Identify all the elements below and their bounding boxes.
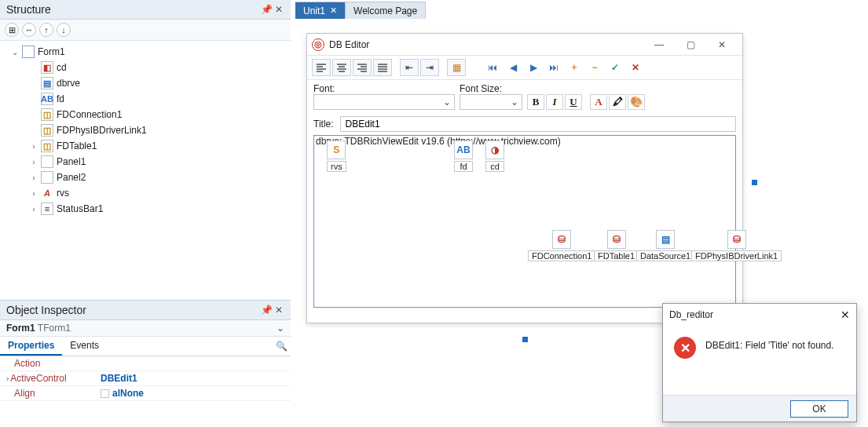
fontsize-combo[interactable]: ⌄: [460, 94, 522, 110]
italic-button[interactable]: I: [546, 94, 563, 110]
component-fd[interactable]: AB fd: [454, 141, 473, 172]
component-fdphys[interactable]: ⛁ FDPhysIBDriverLink1: [691, 230, 782, 261]
prop-name[interactable]: ›ActiveControl: [0, 371, 94, 386]
selection-handle[interactable]: [522, 337, 528, 342]
close-icon[interactable]: ✕: [275, 305, 284, 315]
component-label: FDConnection1: [528, 250, 595, 261]
chevron-right-icon[interactable]: ›: [28, 156, 39, 167]
close-icon[interactable]: ✕: [841, 308, 850, 321]
component-datasource[interactable]: ▤ DataSource1: [636, 230, 694, 261]
dbrichview-area[interactable]: dbrve: TDBRichViewEdit v19.6 (https://ww…: [313, 135, 736, 308]
nav-last-button[interactable]: ⏭: [544, 59, 563, 76]
tab-events[interactable]: Events: [62, 337, 107, 356]
chevron-right-icon[interactable]: ›: [28, 203, 39, 214]
component-fdconnection[interactable]: ⛁ FDConnection1: [528, 230, 595, 261]
search-icon[interactable]: 🔍: [272, 337, 291, 356]
nav-next-button[interactable]: ▶: [524, 59, 543, 76]
tree-node-dbrve[interactable]: ▤ dbrve: [0, 75, 291, 91]
toolbar-icon-1[interactable]: ⊞: [5, 23, 19, 37]
chevron-down-icon[interactable]: ⌄: [9, 46, 20, 57]
tree-label: FDPhysIBDriverLink1: [57, 125, 147, 136]
align-left-button[interactable]: [312, 59, 331, 76]
component-icon: AB: [41, 93, 53, 105]
font-row: Font: ⌄ Font Size: ⌄ B I U A 🖍 🎨: [307, 80, 742, 113]
toolbar-icon-2[interactable]: ↔: [22, 23, 36, 37]
title-label: Title:: [313, 119, 334, 130]
component-cd[interactable]: ◑ cd: [485, 141, 504, 172]
component-label: rvs: [327, 161, 346, 172]
oi-properties-grid[interactable]: Action ›ActiveControl DBEdit1 Align alNo…: [0, 356, 291, 401]
tree-label: fd: [57, 93, 64, 104]
component-label: fd: [454, 161, 473, 172]
tree-node-form1[interactable]: ⌄ Form1: [0, 44, 291, 60]
close-icon[interactable]: ✕: [330, 5, 337, 16]
structure-tree[interactable]: ⌄ Form1 ◧ cd ▤ dbrve AB fd ◫: [0, 41, 291, 300]
component-icon: ◫: [41, 124, 53, 137]
chevron-right-icon[interactable]: ›: [28, 172, 39, 183]
palette-button[interactable]: 🎨: [628, 94, 645, 110]
tree-node-fd[interactable]: AB fd: [0, 91, 291, 107]
outdent-button[interactable]: ⇤: [400, 59, 419, 76]
pin-icon[interactable]: 📌: [261, 305, 270, 315]
cancel-button[interactable]: ✕: [626, 59, 645, 76]
align-right-button[interactable]: [353, 59, 372, 76]
component-label: cd: [485, 161, 504, 172]
delete-button[interactable]: −: [585, 59, 604, 76]
tree-node-fdconnection[interactable]: ◫ FDConnection1: [0, 107, 291, 122]
font-combo[interactable]: ⌄: [313, 94, 455, 110]
ok-button[interactable]: OK: [790, 400, 848, 418]
tree-node-cd[interactable]: ◧ cd: [0, 60, 291, 75]
fontcolor-button[interactable]: A: [590, 94, 607, 110]
component-fdtable[interactable]: ⛁ FDTable1: [594, 230, 639, 261]
highlight-button[interactable]: 🖍: [609, 94, 626, 110]
window-titlebar[interactable]: ◎ DB Editor — ▢ ✕: [307, 34, 742, 56]
oi-target-selector[interactable]: Form1 TForm1 ⌄: [0, 320, 291, 337]
tree-node-panel1[interactable]: › Panel1: [0, 154, 291, 170]
maximize-button[interactable]: ▢: [675, 35, 706, 54]
pin-icon[interactable]: 📌: [261, 5, 270, 14]
toolbar-icon-up[interactable]: ↑: [39, 23, 53, 37]
chevron-right-icon[interactable]: ›: [28, 188, 39, 199]
underline-button[interactable]: U: [565, 94, 582, 110]
tab-properties[interactable]: Properties: [0, 337, 62, 356]
nav-prev-button[interactable]: ◀: [504, 59, 522, 76]
tab-welcome[interactable]: Welcome Page: [346, 2, 426, 19]
prop-value[interactable]: [94, 356, 291, 371]
selection-handle[interactable]: [752, 180, 757, 185]
tree-node-rvs[interactable]: › A rvs: [0, 185, 291, 201]
component-icon: ≡: [41, 203, 53, 215]
db-driver-icon: ⛁: [727, 230, 746, 249]
insert-button[interactable]: +: [565, 59, 584, 76]
indent-button[interactable]: ⇥: [420, 59, 439, 76]
align-justify-button[interactable]: [373, 59, 392, 76]
prop-value[interactable]: DBEdit1: [94, 371, 291, 386]
error-icon: ✕: [674, 337, 696, 359]
tree-node-statusbar[interactable]: › ≡ StatusBar1: [0, 201, 291, 217]
toolbar-icon-down[interactable]: ↓: [57, 23, 71, 37]
font-dialog-icon: AB: [454, 141, 473, 159]
chevron-right-icon[interactable]: ›: [28, 141, 39, 151]
title-input[interactable]: [340, 116, 736, 132]
prop-name[interactable]: Action: [0, 356, 94, 371]
oi-target-form: Form1: [6, 323, 35, 334]
tree-node-panel2[interactable]: › Panel2: [0, 170, 291, 185]
design-form-window[interactable]: ◎ DB Editor — ▢ ✕ ⇤ ⇥ ▦: [306, 33, 743, 323]
align-center-button[interactable]: [332, 59, 351, 76]
close-button[interactable]: ✕: [706, 35, 738, 54]
minimize-button[interactable]: —: [643, 35, 675, 54]
chevron-down-icon[interactable]: ⌄: [277, 323, 284, 334]
prop-name[interactable]: Align: [0, 386, 94, 401]
component-rvs[interactable]: S rvs: [327, 141, 346, 172]
tree-node-fdphys[interactable]: ◫ FDPhysIBDriverLink1: [0, 122, 291, 138]
post-button[interactable]: ✓: [606, 59, 624, 76]
table-button[interactable]: ▦: [447, 59, 466, 76]
tree-node-fdtable[interactable]: › ◫ FDTable1: [0, 138, 291, 154]
nav-first-button[interactable]: ⏮: [483, 59, 502, 76]
prop-value[interactable]: alNone: [94, 386, 291, 401]
bold-button[interactable]: B: [527, 94, 544, 110]
close-icon[interactable]: ✕: [275, 5, 284, 14]
error-titlebar[interactable]: Db_reditor ✕: [663, 304, 856, 326]
tab-unit1[interactable]: Unit1 ✕: [295, 2, 346, 19]
structure-header: Structure 📌 ✕: [0, 0, 291, 20]
component-icon: A: [41, 187, 53, 199]
